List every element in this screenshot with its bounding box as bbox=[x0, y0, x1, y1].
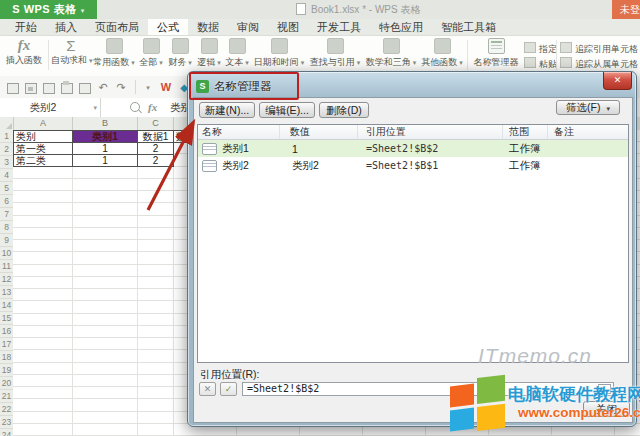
row-header[interactable]: 17 bbox=[0, 338, 13, 351]
row-header[interactable]: 3 bbox=[0, 156, 13, 169]
define-names-icon bbox=[524, 42, 536, 53]
list-column-header[interactable]: 范围 bbox=[503, 125, 548, 139]
ribbon-tab[interactable]: 审阅 bbox=[228, 19, 268, 35]
logical-button[interactable]: 逻辑 bbox=[195, 38, 223, 69]
watermark-site-name: 电脑软硬件教程网 bbox=[508, 383, 640, 406]
select-all-corner[interactable] bbox=[0, 117, 14, 130]
cell-a3[interactable]: 第二类 bbox=[13, 154, 73, 167]
insert-function-button[interactable]: fx 插入函数 bbox=[2, 38, 46, 67]
row-header[interactable]: 10 bbox=[0, 247, 13, 260]
filter-button[interactable]: 筛选(F)▾ bbox=[556, 100, 620, 115]
row-header[interactable]: 6 bbox=[0, 195, 13, 208]
refers-to-cell: =Sheet2!$B$2 bbox=[358, 143, 503, 154]
autosum-button[interactable]: Σ 自动求和 bbox=[51, 38, 91, 67]
export-icon[interactable] bbox=[41, 80, 57, 95]
name-list-row[interactable]: 类别1 1 =Sheet2!$B$2 工作簿 bbox=[198, 140, 628, 157]
ribbon-separator bbox=[556, 40, 557, 70]
row-header[interactable]: 24 bbox=[0, 429, 13, 436]
row-header[interactable]: 9 bbox=[0, 234, 13, 247]
ribbon-tab[interactable]: 数据 bbox=[188, 19, 228, 35]
row-header[interactable]: 15 bbox=[0, 312, 13, 325]
dialog-body: 新建(N)... 编辑(E)... 删除(D) 筛选(F)▾ 名称数值引用位置范… bbox=[193, 97, 633, 423]
trace-precedents-button[interactable]: 追踪引用单元格 bbox=[560, 42, 638, 56]
confirm-refers-icon[interactable]: ✓ bbox=[220, 382, 237, 396]
row-header[interactable]: 5 bbox=[0, 182, 13, 195]
watermark-windows-logo bbox=[450, 373, 506, 436]
fx-icon: fx bbox=[17, 38, 32, 52]
name-manager-button[interactable]: 名称管理器 bbox=[470, 38, 522, 69]
print-icon[interactable] bbox=[59, 80, 75, 95]
login-button[interactable]: 未登录 bbox=[612, 0, 640, 19]
create-from-selection-button[interactable]: 指定 bbox=[524, 42, 557, 56]
row-header[interactable]: 8 bbox=[0, 221, 13, 234]
list-column-header[interactable]: 引用位置 bbox=[358, 125, 503, 139]
open-icon[interactable] bbox=[5, 80, 21, 95]
ribbon-tab[interactable]: 开发工具 bbox=[308, 19, 370, 35]
row-header[interactable]: 16 bbox=[0, 325, 13, 338]
row-header[interactable]: 23 bbox=[0, 416, 13, 429]
lookup-reference-button[interactable]: 查找与引用 bbox=[307, 38, 363, 69]
date-time-icon bbox=[271, 38, 288, 54]
name-manager-icon bbox=[488, 38, 505, 54]
date-time-button[interactable]: 日期和时间 bbox=[251, 38, 307, 69]
all-functions-button[interactable]: 全部 bbox=[137, 38, 165, 69]
row-header[interactable]: 21 bbox=[0, 390, 13, 403]
wps-logo[interactable]: S WPS 表格▾ bbox=[0, 0, 97, 19]
undo-icon[interactable]: ↶ bbox=[95, 80, 111, 95]
row-header[interactable]: 4 bbox=[0, 169, 13, 182]
name-list-row[interactable]: 类别2 类别2 =Sheet2!$B$1 工作簿 bbox=[198, 157, 628, 174]
row-header[interactable]: 7 bbox=[0, 208, 13, 221]
trace-dependents-button[interactable]: 追踪从属单元格 bbox=[560, 57, 638, 71]
ribbon-tab[interactable]: 公式 bbox=[148, 19, 188, 35]
row-header[interactable]: 14 bbox=[0, 299, 13, 312]
ribbon-tab[interactable]: 页面布局 bbox=[86, 19, 148, 35]
list-column-header[interactable]: 备注 bbox=[548, 125, 628, 139]
ribbon-tab[interactable]: 智能工具箱 bbox=[432, 19, 505, 35]
ribbon-tab-bar: 开始插入页面布局公式数据审阅视图开发工具特色应用智能工具箱 bbox=[0, 19, 640, 36]
name-box[interactable]: 类别2 ▾ bbox=[0, 98, 101, 117]
row-header[interactable]: 11 bbox=[0, 260, 13, 273]
edit-name-button[interactable]: 编辑(E)... bbox=[259, 102, 315, 118]
search-icon[interactable] bbox=[130, 102, 140, 112]
column-header[interactable]: B bbox=[73, 117, 138, 130]
ribbon-tab[interactable]: 特色应用 bbox=[370, 19, 432, 35]
cancel-refers-icon[interactable]: ✕ bbox=[199, 382, 216, 396]
row-header[interactable]: 13 bbox=[0, 286, 13, 299]
row-header[interactable]: 12 bbox=[0, 273, 13, 286]
row-header[interactable]: 1 bbox=[0, 130, 13, 143]
wps-writer-icon[interactable]: W bbox=[158, 80, 174, 95]
more-functions-button[interactable]: 其他函数 bbox=[419, 38, 465, 69]
name-manager-dialog: S 名称管理器 ✕ 新建(N)... 编辑(E)... 删除(D) 筛选(F)▾… bbox=[187, 71, 637, 427]
list-column-header[interactable]: 数值 bbox=[280, 125, 358, 139]
paste-names-button[interactable]: 粘贴 bbox=[524, 57, 557, 71]
math-trig-icon bbox=[383, 38, 400, 54]
name-box-dropdown-icon[interactable]: ▾ bbox=[93, 98, 97, 117]
row-header[interactable]: 22 bbox=[0, 403, 13, 416]
row-header[interactable]: 18 bbox=[0, 351, 13, 364]
logical-icon bbox=[201, 38, 218, 54]
dialog-close-icon[interactable]: ✕ bbox=[603, 72, 632, 90]
document-icon bbox=[296, 3, 306, 15]
math-trig-button[interactable]: 数学和三角 bbox=[363, 38, 419, 69]
row-header[interactable]: 19 bbox=[0, 364, 13, 377]
common-functions-button[interactable]: 常用函数 bbox=[93, 38, 135, 69]
toolbar-separator bbox=[135, 80, 136, 94]
window-title: Book1.xlsx * - WPS 表格 bbox=[296, 0, 420, 19]
save-icon[interactable] bbox=[23, 80, 39, 95]
ribbon-tab[interactable]: 开始 bbox=[6, 19, 46, 35]
text-button[interactable]: 文本 bbox=[223, 38, 251, 69]
names-list: 名称数值引用位置范围备注 类别1 1 =Sheet2!$B$2 工作簿 类别2 … bbox=[197, 124, 629, 363]
financial-button[interactable]: 财务 bbox=[166, 38, 194, 69]
list-column-header[interactable]: 名称 bbox=[198, 125, 280, 139]
ribbon-tab[interactable]: 视图 bbox=[268, 19, 308, 35]
redo-icon[interactable]: ↷ bbox=[113, 80, 129, 95]
print-preview-icon[interactable] bbox=[77, 80, 93, 95]
column-header[interactable]: A bbox=[14, 117, 73, 130]
delete-name-button[interactable]: 删除(D) bbox=[319, 102, 369, 118]
ribbon-tab[interactable]: 插入 bbox=[46, 19, 86, 35]
ribbon-separator bbox=[48, 40, 49, 70]
row-header[interactable]: 20 bbox=[0, 377, 13, 390]
row-header[interactable]: 2 bbox=[0, 143, 13, 156]
customize-toolbar-icon[interactable]: ▾ bbox=[140, 80, 156, 95]
cell-b3[interactable]: 1 bbox=[72, 154, 138, 167]
